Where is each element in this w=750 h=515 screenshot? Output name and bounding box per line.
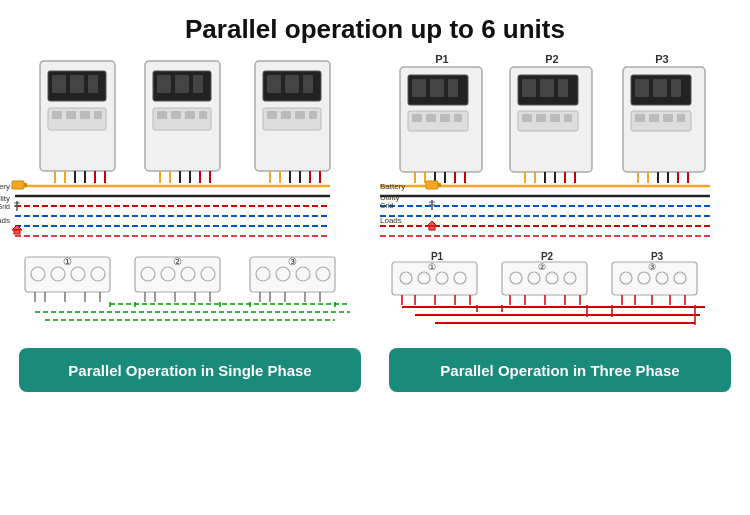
svg-rect-144 (653, 79, 667, 97)
svg-rect-23 (171, 111, 181, 119)
svg-rect-115 (412, 114, 422, 122)
right-wiring-diagram: P1 P2 P3 ① ② (380, 252, 740, 342)
svg-text:P3: P3 (651, 251, 664, 262)
svg-rect-64 (14, 230, 20, 234)
svg-text:Battery: Battery (0, 182, 10, 191)
svg-rect-131 (522, 114, 532, 122)
svg-rect-40 (295, 111, 305, 119)
svg-rect-143 (635, 79, 649, 97)
svg-rect-24 (185, 111, 195, 119)
left-half: Battery Utility Grid Loads (10, 53, 370, 392)
svg-rect-117 (440, 114, 450, 122)
svg-rect-118 (454, 114, 462, 122)
right-caption-button[interactable]: Parallel Operation in Three Phase (389, 348, 731, 392)
svg-text:Utility: Utility (380, 193, 400, 202)
svg-rect-129 (558, 79, 568, 97)
svg-rect-149 (663, 114, 673, 122)
svg-rect-147 (635, 114, 645, 122)
svg-text:Battery: Battery (380, 182, 405, 191)
svg-rect-133 (550, 114, 560, 122)
svg-rect-112 (430, 79, 444, 97)
right-half: P1 P2 P3 (380, 53, 740, 392)
svg-rect-58 (12, 181, 24, 189)
svg-rect-9 (94, 111, 102, 119)
svg-text:Grid: Grid (380, 202, 393, 209)
left-inverter-diagram: Battery Utility Grid Loads (10, 53, 370, 248)
svg-rect-134 (564, 114, 572, 122)
svg-rect-3 (70, 75, 84, 93)
svg-text:Utility: Utility (0, 194, 10, 203)
svg-rect-36 (303, 75, 313, 93)
svg-rect-19 (175, 75, 189, 93)
svg-rect-41 (309, 111, 317, 119)
svg-text:Grid: Grid (0, 203, 10, 210)
svg-rect-132 (536, 114, 546, 122)
svg-marker-172 (427, 221, 437, 226)
svg-text:P2: P2 (545, 53, 558, 65)
svg-text:Loads: Loads (380, 216, 402, 225)
svg-rect-22 (157, 111, 167, 119)
svg-rect-116 (426, 114, 436, 122)
svg-text:P2: P2 (541, 251, 554, 262)
svg-text:③: ③ (648, 262, 656, 272)
svg-text:P1: P1 (435, 53, 448, 65)
svg-rect-4 (88, 75, 98, 93)
svg-rect-18 (157, 75, 171, 93)
svg-rect-35 (285, 75, 299, 93)
page-title: Parallel operation up to 6 units (0, 0, 750, 53)
svg-text:②: ② (173, 256, 182, 267)
svg-text:P1: P1 (431, 251, 444, 262)
svg-rect-8 (80, 111, 90, 119)
svg-rect-7 (66, 111, 76, 119)
svg-text:③: ③ (288, 256, 297, 267)
svg-rect-145 (671, 79, 681, 97)
svg-text:P3: P3 (655, 53, 668, 65)
svg-rect-20 (193, 75, 203, 93)
svg-rect-25 (199, 111, 207, 119)
svg-rect-38 (267, 111, 277, 119)
left-caption-button[interactable]: Parallel Operation in Single Phase (19, 348, 361, 392)
svg-rect-167 (426, 181, 438, 189)
svg-text:②: ② (538, 262, 546, 272)
svg-rect-173 (429, 226, 435, 230)
left-wiring-diagram: ① ② (10, 252, 370, 342)
svg-rect-34 (267, 75, 281, 93)
svg-text:①: ① (428, 262, 436, 272)
svg-rect-150 (677, 114, 685, 122)
svg-rect-6 (52, 111, 62, 119)
svg-rect-127 (522, 79, 536, 97)
svg-rect-168 (438, 183, 441, 187)
svg-rect-2 (52, 75, 66, 93)
svg-rect-113 (448, 79, 458, 97)
svg-rect-128 (540, 79, 554, 97)
svg-rect-111 (412, 79, 426, 97)
svg-rect-59 (24, 183, 27, 187)
svg-rect-39 (281, 111, 291, 119)
svg-text:①: ① (63, 256, 72, 267)
svg-rect-148 (649, 114, 659, 122)
svg-text:Loads: Loads (0, 216, 10, 225)
right-inverter-diagram: P1 P2 P3 (380, 53, 740, 248)
